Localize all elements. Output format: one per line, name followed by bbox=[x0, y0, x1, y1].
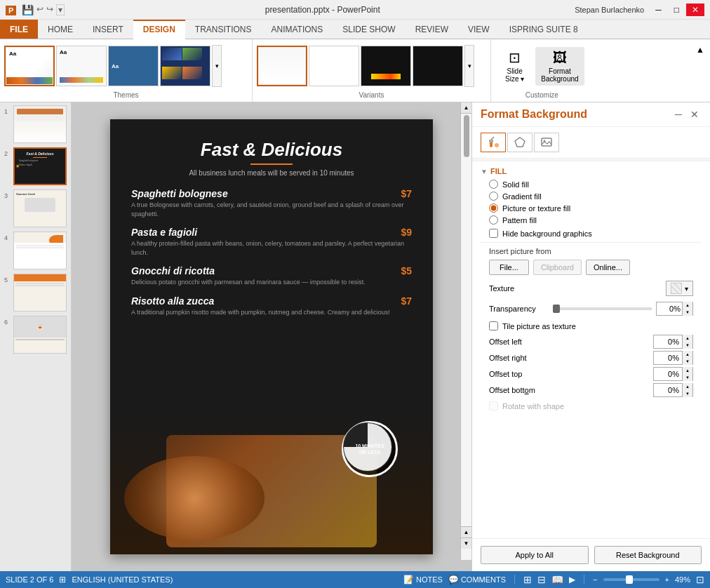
scroll-up-btn[interactable]: ▲ bbox=[461, 102, 472, 114]
zoom-in-btn[interactable]: + bbox=[665, 575, 669, 584]
pattern-fill-option[interactable]: Pattern fill bbox=[489, 215, 702, 225]
view-reading-btn[interactable]: 📖 bbox=[551, 574, 563, 585]
tab-review[interactable]: REVIEW bbox=[406, 20, 458, 39]
zoom-out-btn[interactable]: − bbox=[593, 575, 597, 584]
slide-info: SLIDE 2 OF 6 bbox=[6, 575, 53, 584]
close-btn[interactable]: ✕ bbox=[686, 4, 704, 16]
gradient-fill-option[interactable]: Gradient fill bbox=[489, 192, 702, 201]
tab-home[interactable]: HOME bbox=[38, 20, 83, 39]
tab-view[interactable]: VIEW bbox=[458, 20, 500, 39]
tab-animations[interactable]: ANIMATIONS bbox=[261, 20, 333, 39]
minimize-panel-btn[interactable]: ─ bbox=[672, 109, 685, 120]
slide-thumb-2[interactable]: 2 ★ Fast & Delicious Spaghetti bolognese… bbox=[4, 147, 67, 185]
tab-file[interactable]: FILE bbox=[0, 20, 38, 39]
offset-top-input[interactable] bbox=[654, 370, 682, 378]
apply-to-all-button[interactable]: Apply to All bbox=[481, 546, 589, 564]
theme-item-3[interactable]: Aa bbox=[108, 46, 159, 86]
ribbon-collapse-btn[interactable]: ▲ bbox=[690, 42, 710, 58]
fill-icon-tab[interactable] bbox=[481, 133, 506, 152]
language[interactable]: ENGLISH (UNITED STATES) bbox=[72, 575, 173, 584]
offset-right-down[interactable]: ▼ bbox=[683, 358, 692, 365]
view-presenter-btn[interactable]: ▶ bbox=[569, 575, 575, 584]
quick-access-toolbar[interactable]: 💾 ↩ ↪ ▾ bbox=[22, 4, 65, 15]
view-normal-btn[interactable]: ⊞ bbox=[523, 574, 532, 585]
reset-background-button[interactable]: Reset Background bbox=[594, 546, 702, 564]
zoom-level[interactable]: 49% bbox=[675, 575, 690, 584]
slide-num-5: 5 bbox=[4, 276, 11, 283]
variants-scroll-btn[interactable]: ▾ bbox=[464, 45, 474, 87]
svg-point-3 bbox=[495, 143, 499, 147]
powerpoint-logo: P bbox=[6, 4, 16, 15]
tab-design[interactable]: DESIGN bbox=[133, 20, 185, 39]
notes-button[interactable]: 📝 NOTES bbox=[403, 575, 443, 584]
slide-thumb-1[interactable]: 1 bbox=[4, 105, 67, 143]
offset-left-row: Offset left ▲ ▼ bbox=[489, 335, 693, 349]
paint-bucket-icon bbox=[487, 136, 500, 149]
tab-insert[interactable]: INSERT bbox=[83, 20, 133, 39]
offset-right-input[interactable] bbox=[654, 354, 682, 362]
picture-fill-option[interactable]: Picture or texture fill bbox=[489, 203, 702, 213]
minimize-btn[interactable]: ─ bbox=[650, 4, 667, 16]
variant-4[interactable] bbox=[413, 46, 463, 86]
image-icon-tab[interactable] bbox=[534, 133, 559, 152]
offset-left-up[interactable]: ▲ bbox=[683, 335, 692, 342]
pentagon-icon bbox=[514, 136, 526, 149]
slide-thumb-6[interactable]: 6 🍝 bbox=[4, 316, 67, 354]
shape-icon-tab[interactable] bbox=[507, 133, 532, 152]
hide-bg-checkbox[interactable]: Hide background graphics bbox=[489, 229, 702, 238]
zoom-slider[interactable] bbox=[603, 578, 659, 581]
transparency-input[interactable] bbox=[657, 305, 682, 313]
user-name: Stepan Burlachenko bbox=[575, 6, 644, 14]
transparency-slider[interactable] bbox=[553, 307, 652, 310]
offset-bottom-down[interactable]: ▼ bbox=[683, 390, 692, 397]
tab-ispring[interactable]: ISPRING SUITE 8 bbox=[500, 20, 588, 39]
scroll-down-btn[interactable]: ▼ bbox=[461, 537, 472, 549]
slide-num-2: 2 bbox=[4, 150, 11, 157]
theme-item-2[interactable]: Aa bbox=[56, 46, 107, 86]
offset-bottom-input[interactable] bbox=[654, 386, 682, 394]
texture-picker[interactable]: ▾ bbox=[666, 281, 693, 296]
rotate-row[interactable]: Rotate with shape bbox=[489, 401, 693, 410]
offset-left-input[interactable] bbox=[654, 338, 682, 346]
variant-1[interactable] bbox=[257, 46, 307, 86]
slide-size-button[interactable]: ⊡ Slide Size ▾ bbox=[500, 46, 530, 86]
close-panel-btn[interactable]: ✕ bbox=[688, 109, 702, 120]
online-button[interactable]: Online... bbox=[586, 260, 630, 275]
offset-top-up[interactable]: ▲ bbox=[683, 367, 692, 374]
accessibility-icon[interactable]: ⊞ bbox=[59, 575, 66, 584]
fill-section-header[interactable]: ▼ FILL bbox=[481, 167, 702, 175]
tile-checkbox[interactable]: Tile picture as texture bbox=[489, 321, 702, 330]
theme-item-4[interactable] bbox=[160, 46, 210, 86]
comments-button[interactable]: 💬 COMMENTS bbox=[448, 575, 506, 584]
variant-3[interactable] bbox=[361, 46, 411, 86]
fit-slide-btn[interactable]: ⊡ bbox=[696, 574, 704, 585]
offset-bottom-up[interactable]: ▲ bbox=[683, 383, 692, 390]
scroll-up-btn2[interactable]: ▲ bbox=[461, 526, 472, 537]
clipboard-button[interactable]: Clipboard bbox=[533, 260, 582, 275]
slide-thumb-3[interactable]: 3 Summer fresh bbox=[4, 189, 67, 227]
slide-title: Fast & Delicious bbox=[131, 139, 412, 161]
offset-left-down[interactable]: ▼ bbox=[683, 342, 692, 349]
transparency-down[interactable]: ▼ bbox=[683, 309, 692, 316]
file-button[interactable]: File... bbox=[489, 260, 529, 275]
offset-top-down[interactable]: ▼ bbox=[683, 374, 692, 381]
tab-slideshow[interactable]: SLIDE SHOW bbox=[333, 20, 405, 39]
slide-canvas-area: ▲ ▼ ▲ Fast & Delicious All business lunc… bbox=[72, 102, 471, 571]
offset-right-up[interactable]: ▲ bbox=[683, 351, 692, 358]
transparency-up[interactable]: ▲ bbox=[683, 302, 692, 309]
themes-scroll-btn[interactable]: ▾ bbox=[212, 45, 222, 87]
maximize-btn[interactable]: □ bbox=[669, 4, 685, 16]
customize-group: ⊡ Slide Size ▾ 🖼 Format Background Custo… bbox=[491, 39, 593, 102]
transparency-row: Transparency ▲ ▼ bbox=[489, 302, 693, 316]
theme-item-1[interactable]: Aa bbox=[4, 46, 55, 86]
variant-2[interactable] bbox=[309, 46, 359, 86]
customize-label: Customize bbox=[525, 91, 558, 99]
window-controls[interactable]: ─ □ ✕ bbox=[650, 4, 704, 16]
tab-transitions[interactable]: TRANSITIONS bbox=[185, 20, 262, 39]
solid-fill-option[interactable]: Solid fill bbox=[489, 180, 702, 189]
slide-thumb-5[interactable]: 5 bbox=[4, 274, 67, 312]
slide-thumb-4[interactable]: 4 bbox=[4, 232, 67, 269]
format-background-button[interactable]: 🖼 Format Background bbox=[535, 47, 584, 86]
offset-bottom-row: Offset bottom ▲ ▼ bbox=[489, 383, 693, 397]
view-slide-sorter-btn[interactable]: ⊟ bbox=[537, 574, 546, 585]
